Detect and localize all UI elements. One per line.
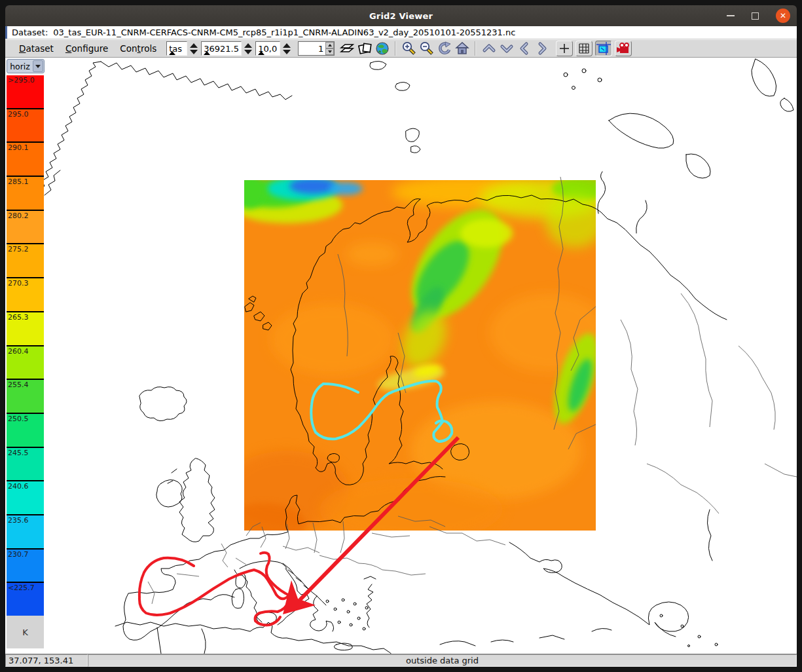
colorbar-cell: >295.0 [7,75,44,108]
layers-icon[interactable] [338,41,355,56]
close-button[interactable]: ✕ [776,9,790,23]
colorbar-cell: 270.3 [7,278,44,311]
cursor-coordinates: 37.077, 153.41 [5,654,88,667]
dataset-filename: 03_tas_EUR-11_CNRM-CERFACS-CNRM-CM5_rcp8… [53,28,515,37]
application-window: Grid2 Viewer ✕ Dataset: 03_tas_EUR-11_CN… [0,0,802,672]
pan-up-icon[interactable] [481,41,497,56]
plus-icon [558,43,570,54]
view-mode-dropdown[interactable]: horiz [7,59,45,73]
toolbar-separator [395,41,396,56]
time-frame-arrows[interactable] [325,42,334,55]
window-title: Grid2 Viewer [369,11,433,21]
status-message: outside data grid [88,654,797,667]
colorbar-cell: 295.0 [7,109,44,142]
colorbar-cell: 240.6 [7,481,44,514]
temperature-raster [221,175,611,545]
dataset-label: Dataset: [12,28,48,37]
colorbar-cell: 280.2 [7,211,44,244]
colorbar-cell: 230.7 [7,550,44,582]
camera-icon [616,42,630,55]
colorbar-cell: 245.5 [7,448,44,481]
data-extent-button[interactable] [595,41,612,56]
colorbar-cell: 260.4 [7,346,44,379]
time-frame-spinbox[interactable]: 1 [298,41,335,56]
minimize-button[interactable] [727,15,735,16]
colorbar-cell: 250.5 [7,414,44,447]
map-svg [5,58,797,654]
map-canvas[interactable] [5,58,797,654]
level-field[interactable]: 36921.5 [201,41,242,56]
pan-left-icon[interactable] [516,41,532,56]
variable-field[interactable]: tas [166,41,187,56]
chevron-down-icon[interactable] [33,60,43,72]
interval-stepper[interactable] [282,41,291,56]
grid-icon [578,43,590,54]
zoom-out-icon[interactable] [418,41,435,56]
grid-button[interactable] [575,41,592,56]
dataset-bar: Dataset: 03_tas_EUR-11_CNRM-CERFACS-CNRM… [5,26,797,39]
plus-button[interactable] [556,41,573,56]
undo-icon[interactable] [436,41,452,56]
globe-icon[interactable] [374,41,390,56]
colorbar-cell: 290.1 [7,143,44,176]
interval-field[interactable]: 10,0 [255,41,280,56]
pan-right-icon[interactable] [534,41,550,56]
colorbar-cell: <225.7 [7,583,44,616]
colorbar-cell: 285.1 [7,177,44,210]
view-mode-value: horiz [7,62,33,71]
menu-dataset[interactable]: Dataset [13,42,60,55]
colorbar-cell: 265.3 [7,312,44,345]
pages-icon[interactable] [356,41,373,56]
data-extent-icon [596,42,611,55]
window-controls: ✕ [727,5,790,26]
time-frame-value: 1 [299,44,325,54]
menu-controls[interactable]: Controls [114,42,162,55]
menu-configure[interactable]: Configure [60,42,114,55]
status-bar: 37.077, 153.41 outside data grid [5,654,797,667]
pan-down-icon[interactable] [498,41,515,56]
home-icon[interactable] [454,41,470,56]
field-grip [204,51,210,55]
toolbar-separator [475,41,476,56]
field-grip [258,51,264,55]
toolbar: Dataset Configure Controls tas 36921.5 1… [5,39,797,58]
colorbar-units: K [7,616,44,648]
zoom-in-icon[interactable] [401,41,417,56]
colorbar-cell: 255.4 [7,380,44,413]
level-stepper[interactable] [243,41,253,56]
focus-accent [5,26,7,39]
variable-stepper[interactable] [189,41,198,56]
field-grip [169,51,175,55]
title-bar[interactable]: Grid2 Viewer ✕ [5,5,797,26]
camera-button[interactable] [615,41,632,56]
colorbar-cell: 275.2 [7,244,44,277]
colorbar-legend: >295.0 295.0 290.1 285.1 280.2 275.2 270… [7,75,44,616]
maximize-button[interactable] [752,12,759,20]
colorbar-cell: 235.6 [7,515,44,548]
